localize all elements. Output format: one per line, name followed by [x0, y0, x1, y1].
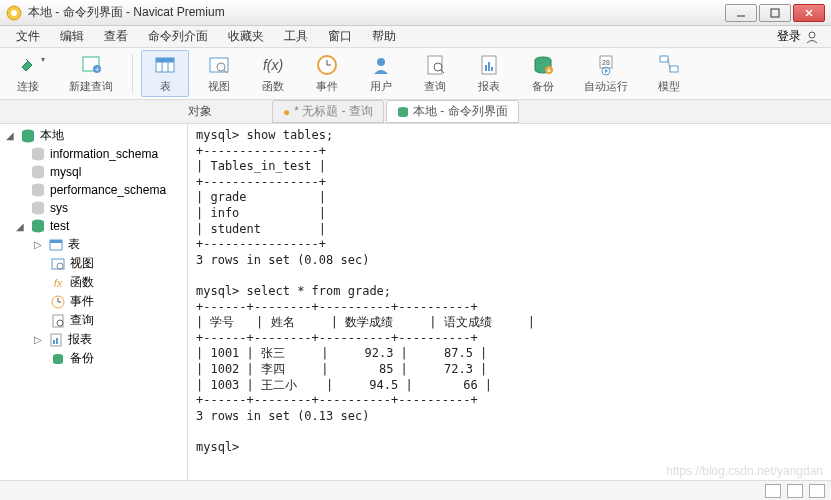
node-label: 视图 [70, 255, 94, 272]
connect-button[interactable]: ▾ 连接 [4, 50, 52, 97]
report-icon [477, 53, 501, 77]
collapse-icon[interactable]: ◢ [4, 130, 16, 141]
schema-icon [30, 146, 46, 162]
collapse-icon[interactable]: ◢ [14, 221, 26, 232]
menu-tools[interactable]: 工具 [274, 26, 318, 47]
svg-rect-36 [660, 56, 668, 62]
node-label: 事件 [70, 293, 94, 310]
svg-rect-15 [156, 58, 174, 62]
db-node[interactable]: performance_schema [0, 181, 187, 199]
db-label: sys [50, 201, 68, 215]
tab-label: 本地 - 命令列界面 [413, 103, 508, 120]
db-node[interactable]: sys [0, 199, 187, 217]
tab-strip: ● * 无标题 - 查询 本地 - 命令列界面 [272, 100, 823, 123]
query-label: 查询 [424, 79, 446, 94]
svg-point-6 [809, 32, 815, 38]
tab-label: * 无标题 - 查询 [294, 103, 373, 120]
svg-text:+: + [95, 65, 100, 74]
db-label: mysql [50, 165, 81, 179]
view-label: 视图 [208, 79, 230, 94]
tab-query[interactable]: ● * 无标题 - 查询 [272, 100, 384, 123]
console-output[interactable]: mysql> show tables; +----------------+ |… [188, 124, 831, 480]
db-icon [397, 106, 409, 118]
expand-icon[interactable]: ▷ [32, 239, 44, 250]
expand-icon[interactable]: ▷ [32, 334, 44, 345]
queries-node[interactable]: 查询 [0, 311, 187, 330]
connection-node[interactable]: ◢ 本地 [0, 126, 187, 145]
db-node-test[interactable]: ◢test [0, 217, 187, 235]
menu-file[interactable]: 文件 [6, 26, 50, 47]
view-button[interactable]: 视图 [195, 50, 243, 97]
event-button[interactable]: 事件 [303, 50, 351, 97]
toolbar: ▾ 连接 + 新建查询 表 视图 f(x) 函数 事件 用户 查询 报表 备份 … [0, 48, 831, 100]
table-label: 表 [160, 79, 171, 94]
reports-node[interactable]: ▷报表 [0, 330, 187, 349]
svg-rect-30 [491, 67, 493, 71]
node-label: 函数 [70, 274, 94, 291]
login-label: 登录 [777, 28, 801, 45]
backups-node[interactable]: 备份 [0, 349, 187, 368]
table-button[interactable]: 表 [141, 50, 189, 97]
db-label: information_schema [50, 147, 158, 161]
menu-cli[interactable]: 命令列介面 [138, 26, 218, 47]
function-icon: f(x) [261, 53, 285, 77]
sidebar[interactable]: ◢ 本地 information_schema mysql performanc… [0, 124, 188, 480]
login-button[interactable]: 登录 [771, 26, 825, 47]
event-label: 事件 [316, 79, 338, 94]
svg-text:f(x): f(x) [263, 57, 283, 73]
statusbar-box-3[interactable] [809, 484, 825, 498]
backup-icon [50, 351, 66, 367]
automation-label: 自动运行 [584, 79, 628, 94]
function-label: 函数 [262, 79, 284, 94]
db-node[interactable]: information_schema [0, 145, 187, 163]
view-icon [207, 53, 231, 77]
events-node[interactable]: 事件 [0, 292, 187, 311]
node-label: 表 [68, 236, 80, 253]
svg-rect-29 [488, 62, 490, 71]
svg-point-23 [377, 58, 385, 66]
svg-rect-57 [56, 338, 58, 344]
backup-button[interactable]: 备份 [519, 50, 567, 97]
report-button[interactable]: 报表 [465, 50, 513, 97]
maximize-button[interactable] [759, 4, 791, 22]
automation-button[interactable]: 28 自动运行 [573, 50, 639, 97]
chevron-down-icon: ▾ [41, 55, 45, 64]
backup-label: 备份 [532, 79, 554, 94]
minimize-button[interactable] [725, 4, 757, 22]
tables-node[interactable]: ▷表 [0, 235, 187, 254]
user-button[interactable]: 用户 [357, 50, 405, 97]
statusbar-box-2[interactable] [787, 484, 803, 498]
menu-bar: 文件 编辑 查看 命令列介面 收藏夹 工具 窗口 帮助 登录 [0, 26, 831, 48]
schema-icon [30, 164, 46, 180]
menu-help[interactable]: 帮助 [362, 26, 406, 47]
statusbar-box-1[interactable] [765, 484, 781, 498]
views-node[interactable]: 视图 [0, 254, 187, 273]
dot-icon: ● [283, 105, 290, 119]
svg-rect-47 [50, 240, 62, 243]
model-button[interactable]: 模型 [645, 50, 693, 97]
menu-edit[interactable]: 编辑 [50, 26, 94, 47]
menu-view[interactable]: 查看 [94, 26, 138, 47]
db-node[interactable]: mysql [0, 163, 187, 181]
menu-favorites[interactable]: 收藏夹 [218, 26, 274, 47]
query-button[interactable]: 查询 [411, 50, 459, 97]
node-label: 备份 [70, 350, 94, 367]
clock-icon [315, 53, 339, 77]
close-button[interactable] [793, 4, 825, 22]
table-icon [153, 53, 177, 77]
backup-icon [531, 53, 555, 77]
functions-node[interactable]: fx函数 [0, 273, 187, 292]
clock-icon [50, 294, 66, 310]
fx-icon: fx [50, 275, 66, 291]
db-conn-icon [20, 128, 36, 144]
object-label: 对象 [188, 103, 212, 120]
view-icon [50, 256, 66, 272]
user-icon [805, 30, 819, 44]
function-button[interactable]: f(x) 函数 [249, 50, 297, 97]
tab-cli[interactable]: 本地 - 命令列界面 [386, 100, 519, 123]
svg-point-1 [11, 10, 17, 16]
new-query-button[interactable]: + 新建查询 [58, 50, 124, 97]
menu-window[interactable]: 窗口 [318, 26, 362, 47]
svg-rect-56 [53, 340, 55, 344]
db-label: performance_schema [50, 183, 166, 197]
